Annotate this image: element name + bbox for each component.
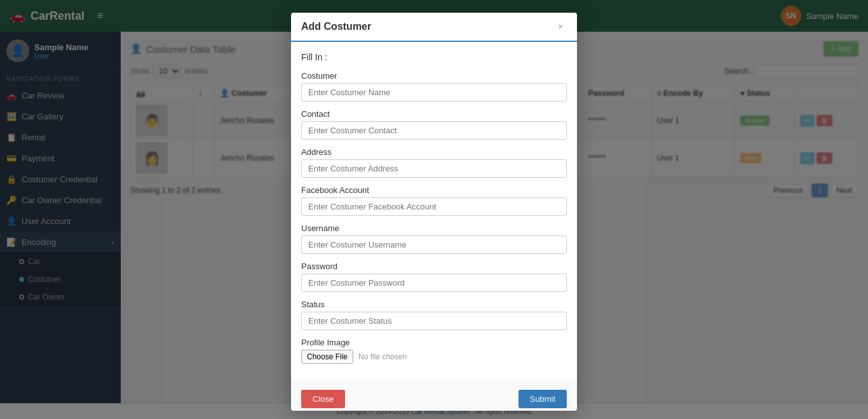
modal-close-x-button[interactable]: ×	[554, 20, 567, 33]
modal-footer: Close Submit	[291, 382, 577, 411]
modal-overlay: Add Costumer × Fill In : Costumer Contac…	[0, 0, 868, 419]
modal-body: Fill In : Costumer Contact Address Faceb…	[291, 42, 577, 382]
contact-label: Contact	[301, 109, 567, 119]
contact-input[interactable]	[301, 121, 567, 140]
password-field-group: Password	[301, 262, 567, 292]
username-field-group: Username	[301, 223, 567, 254]
add-costumer-modal: Add Costumer × Fill In : Costumer Contac…	[291, 13, 577, 411]
profile-image-label: Profile Image	[301, 338, 567, 347]
status-field-group: Status	[301, 300, 567, 330]
facebook-input[interactable]	[301, 197, 567, 216]
choose-file-button[interactable]: Choose File	[301, 350, 353, 364]
fill-in-label: Fill In :	[301, 52, 567, 62]
facebook-label: Facebook Account	[301, 185, 567, 195]
address-label: Address	[301, 147, 567, 157]
modal-close-button[interactable]: Close	[301, 390, 345, 408]
status-label: Status	[301, 300, 567, 309]
costumer-field-group: Costumer	[301, 71, 567, 102]
contact-field-group: Contact	[301, 109, 567, 140]
username-input[interactable]	[301, 236, 567, 254]
profile-image-group: Profile Image Choose File No file chosen	[301, 338, 567, 364]
costumer-label: Costumer	[301, 71, 567, 81]
password-input[interactable]	[301, 274, 567, 292]
no-file-text: No file chosen	[358, 352, 407, 361]
password-label: Password	[301, 262, 567, 271]
modal-title: Add Costumer	[301, 21, 371, 32]
username-label: Username	[301, 223, 567, 233]
address-field-group: Address	[301, 147, 567, 178]
modal-submit-button[interactable]: Submit	[519, 390, 567, 408]
status-input[interactable]	[301, 312, 567, 330]
facebook-field-group: Facebook Account	[301, 185, 567, 216]
costumer-input[interactable]	[301, 83, 567, 102]
address-input[interactable]	[301, 159, 567, 178]
file-input-row: Choose File No file chosen	[301, 350, 567, 364]
modal-header: Add Costumer ×	[291, 13, 577, 42]
